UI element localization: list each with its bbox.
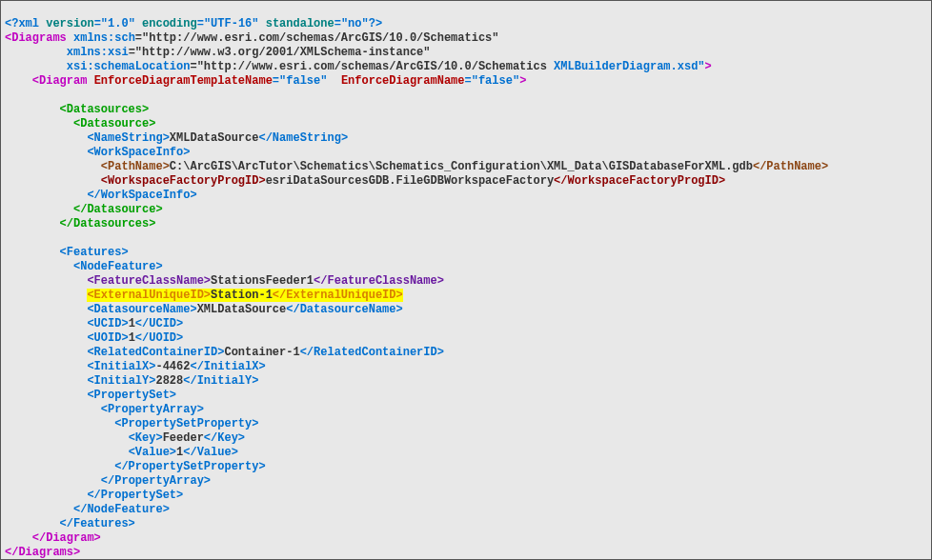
external-uniqueid-highlight: <ExternalUniqueID>Station-1</ExternalUni… bbox=[87, 289, 402, 302]
features-open: <Features> bbox=[60, 246, 129, 259]
key-text: Feeder bbox=[163, 431, 204, 445]
datasourcename-text: XMLDataSource bbox=[197, 303, 287, 316]
relatedcontainerid-text: Container-1 bbox=[224, 346, 299, 359]
workspacefactory-text: esriDataSourcesGDB.FileGDBWorkspaceFacto… bbox=[266, 174, 554, 188]
diagram-close: </Diagram> bbox=[32, 531, 101, 545]
nodefeature-open: <NodeFeature> bbox=[73, 260, 163, 273]
xml-declaration: <?xml version="1.0" encoding="UTF-16" st… bbox=[5, 17, 382, 30]
diagram-open: <Diagram EnforceDiagramTemplateName="fal… bbox=[32, 74, 527, 88]
xml-code-block: <?xml version="1.0" encoding="UTF-16" st… bbox=[1, 1, 931, 560]
datasources-open: <Datasources> bbox=[60, 103, 150, 116]
workspaceinfo-open: <WorkSpaceInfo> bbox=[87, 146, 190, 159]
propertyset-open: <PropertySet> bbox=[87, 389, 176, 402]
namestring-text: XMLDataSource bbox=[170, 131, 259, 145]
diagrams-open: <Diagrams xmlns:sch="http://www.esri.com… bbox=[5, 31, 499, 45]
featureclassname-text: StationsFeeder1 bbox=[211, 274, 314, 288]
datasource-open: <Datasource> bbox=[73, 117, 155, 130]
pathname-text: C:\ArcGIS\ArcTutor\Schematics\Schematics… bbox=[170, 160, 753, 173]
diagrams-close: </Diagrams> bbox=[5, 546, 80, 559]
